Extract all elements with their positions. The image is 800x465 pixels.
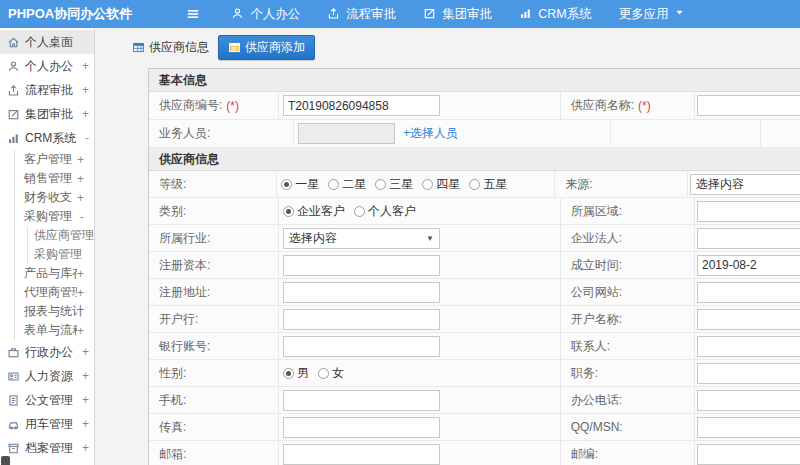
founded-date-input[interactable] <box>697 255 800 276</box>
bank-name-input[interactable] <box>283 309 440 330</box>
source-select[interactable]: 选择内容▼ <box>690 174 800 195</box>
legal-person-input[interactable] <box>697 228 800 249</box>
sidebar-item-15[interactable]: 行政办公+ <box>0 340 94 364</box>
industry-select[interactable]: 选择内容▼ <box>283 228 440 249</box>
field-input-cell: 选择内容▼ <box>279 225 561 251</box>
radio-button[interactable] <box>281 179 292 190</box>
gender-radio-1[interactable]: 女 <box>318 365 344 382</box>
qq-msn-input[interactable] <box>697 417 800 438</box>
radio-button[interactable] <box>283 206 294 217</box>
sidebar-item-18[interactable]: 用车管理+ <box>0 412 94 436</box>
gender-radio-0[interactable]: 男 <box>283 365 309 382</box>
supplier-code-label: 供应商编号: <box>159 97 222 114</box>
field-label-cell: 开户名称: <box>561 306 695 332</box>
contact-person-input[interactable] <box>697 336 800 357</box>
sidebar-item-13[interactable]: 报表与统计 <box>0 302 94 321</box>
sales-person-picker-link[interactable]: +选择人员 <box>403 125 458 142</box>
hamburger-menu-button[interactable] <box>176 0 210 28</box>
email-label: 邮箱: <box>159 446 186 463</box>
radio-button[interactable] <box>328 179 339 190</box>
mobile-input[interactable] <box>283 390 440 411</box>
sidebar-item-6[interactable]: 销售管理+ <box>0 169 94 188</box>
tabbar: 供应商信息供应商添加 <box>132 35 315 60</box>
website-input[interactable] <box>697 282 800 303</box>
bank-account-input[interactable] <box>283 336 440 357</box>
sidebar: 个人桌面个人办公+流程审批+集团审批+CRM系统-客户管理+销售管理+财务收支+… <box>0 28 95 465</box>
expand-plus-icon: + <box>77 191 84 205</box>
sidebar-item-label: 代理商管理 <box>24 284 77 301</box>
user-icon <box>7 60 20 73</box>
document-icon <box>7 394 20 407</box>
nav-item-4[interactable]: CRM系统 <box>513 0 597 28</box>
contact-person-label: 联系人: <box>571 338 610 355</box>
account-name-input[interactable] <box>697 309 800 330</box>
fax-input[interactable] <box>283 417 440 438</box>
nav-item-3[interactable]: 集团审批 <box>417 0 498 28</box>
field-input-cell <box>279 279 561 305</box>
region-input[interactable] <box>697 201 800 222</box>
sidebar-item-5[interactable]: 客户管理+ <box>0 150 94 169</box>
level-radio-4[interactable]: 五星 <box>469 176 507 193</box>
field-input-cell <box>695 414 800 440</box>
sidebar-item-17[interactable]: 公文管理+ <box>0 388 94 412</box>
radio-button[interactable] <box>422 179 433 190</box>
sidebar-item-7[interactable]: 财务收支+ <box>0 188 94 207</box>
nav-item-label: 集团审批 <box>442 6 492 23</box>
select-value: 选择内容 <box>289 230 337 247</box>
radio-button[interactable] <box>318 368 329 379</box>
sidebar-item-19[interactable]: 档案管理+ <box>0 436 94 460</box>
sidebar-item-11[interactable]: 产品与库存+ <box>0 264 94 283</box>
field-label-cell: 手机: <box>149 387 279 413</box>
section-header: 基本信息 <box>149 69 800 92</box>
nav-item-1[interactable]: 个人办公 <box>225 0 306 28</box>
office-phone-label: 办公电话: <box>571 392 622 409</box>
main-content: 供应商信息供应商添加 基本信息供应商编号:(*)供应商名称:(*)业务人员:+选… <box>95 28 800 465</box>
form-window-icon <box>228 41 241 54</box>
category-radio-1[interactable]: 个人客户 <box>354 203 416 220</box>
level-radio-0[interactable]: 一星 <box>281 176 319 193</box>
sidebar-item-16[interactable]: 人力资源+ <box>0 364 94 388</box>
legal-person-label: 企业法人: <box>571 230 622 247</box>
office-phone-input[interactable] <box>697 390 800 411</box>
field-label-cell: 公司网站: <box>561 279 695 305</box>
sidebar-item-1[interactable]: 个人办公+ <box>0 54 94 78</box>
level-radio-2[interactable]: 三星 <box>375 176 413 193</box>
nav-item-5[interactable]: 更多应用 <box>613 0 694 28</box>
registered-capital-input[interactable] <box>283 255 440 276</box>
sales-person-input[interactable] <box>298 123 395 144</box>
sidebar-item-10[interactable]: 采购管理 <box>0 245 94 264</box>
radio-button[interactable] <box>375 179 386 190</box>
sidebar-item-14[interactable]: 表单与流程设置+ <box>0 321 94 340</box>
sidebar-item-8[interactable]: 采购管理- <box>0 207 94 226</box>
sidebar-item-12[interactable]: 代理商管理+ <box>0 283 94 302</box>
sidebar-item-label: 采购管理 <box>34 246 82 263</box>
radio-button[interactable] <box>469 179 480 190</box>
tab-supplier-list[interactable]: 供应商信息 <box>132 39 209 56</box>
supplier-name-input[interactable] <box>697 95 800 116</box>
sidebar-item-3[interactable]: 集团审批+ <box>0 102 94 126</box>
email-input[interactable] <box>283 444 440 465</box>
id-card-icon <box>7 370 20 383</box>
radio-button[interactable] <box>283 368 294 379</box>
form-row: 手机:办公电话: <box>149 387 800 414</box>
sidebar-item-label: 行政办公 <box>25 344 73 361</box>
tab-supplier-add[interactable]: 供应商添加 <box>218 35 315 60</box>
sidebar-item-2[interactable]: 流程审批+ <box>0 78 94 102</box>
sidebar-item-0[interactable]: 个人桌面 <box>0 30 94 54</box>
sidebar-item-4[interactable]: CRM系统- <box>0 126 94 150</box>
registered-address-input[interactable] <box>283 282 440 303</box>
radio-button[interactable] <box>354 206 365 217</box>
level-radio-3[interactable]: 四星 <box>422 176 460 193</box>
supplier-code-input[interactable] <box>283 95 440 116</box>
sales-person-label: 业务人员: <box>159 125 210 142</box>
category-radio-0[interactable]: 企业客户 <box>283 203 345 220</box>
form-row: 开户行:开户名称: <box>149 306 800 333</box>
field-input-cell <box>695 225 800 251</box>
level-radio-1[interactable]: 二星 <box>328 176 366 193</box>
sidebar-item-9[interactable]: 供应商管理 <box>0 226 94 245</box>
nav-item-2[interactable]: 流程审批 <box>321 0 402 28</box>
zip-code-input[interactable] <box>697 444 800 465</box>
field-label-cell: 类别: <box>149 198 279 224</box>
collapse-minus-icon: - <box>85 131 89 145</box>
job-title-input[interactable] <box>697 363 800 384</box>
